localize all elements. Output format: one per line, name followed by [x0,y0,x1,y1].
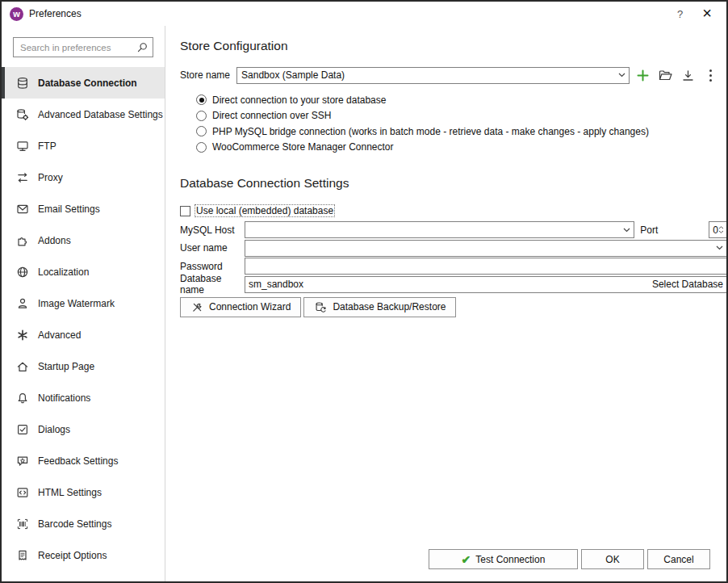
test-connection-button[interactable]: ✔ Test Connection [429,549,578,569]
store-configuration-heading: Store Configuration [180,39,727,53]
html-tag-icon [15,485,29,499]
bell-icon [15,391,29,405]
sidebar-item-receipt-options[interactable]: Receipt Options [2,539,165,571]
main-content: Store Configuration Store name Sandbox (… [165,26,727,581]
sidebar-item-label: HTML Settings [38,487,102,498]
password-row: Password [180,258,727,275]
sidebar-item-email-settings[interactable]: Email Settings [2,193,165,224]
connection-wizard-label: Connection Wizard [209,301,291,312]
database-name-row: Database name Select Database [180,276,727,293]
import-store-icon-button[interactable] [678,66,697,84]
barcode-icon [15,517,29,531]
sidebar-item-advanced[interactable]: Advanced [2,319,165,350]
footer-buttons: ✔ Test Connection OK Cancel [429,549,710,569]
password-field-wrap[interactable] [245,258,727,275]
sidebar-item-label: Email Settings [38,203,100,215]
sidebar-item-barcode-settings[interactable]: Barcode Settings [2,508,165,539]
database-name-field-wrap[interactable]: Select Database [245,276,727,293]
store-name-row: Store name Sandbox (Sample Data) [180,66,727,84]
window-body: Database Connection Advanced Database Se… [2,26,726,581]
sidebar-item-database-connection[interactable]: Database Connection [2,67,165,99]
sidebar-item-label: Startup Page [38,361,94,372]
window-title: Preferences [29,8,82,19]
asterisk-icon [15,328,29,342]
radio-php-bridge[interactable]: PHP MySQL bridge connection (works in ba… [196,124,727,140]
database-sync-icon [314,300,328,314]
sidebar-item-ftp[interactable]: FTP [2,130,165,161]
sidebar-item-label: Notifications [38,392,90,404]
sidebar-item-label: Database Connection [38,78,137,89]
wizard-buttons-row: Connection Wizard Database Backup/Restor… [180,297,727,317]
radio-icon[interactable] [196,111,207,121]
ok-button[interactable]: OK [581,549,644,569]
search-icon [136,40,149,54]
user-name-select[interactable] [245,240,727,257]
sidebar-item-label: Image Watermark [38,298,115,309]
port-spin-buttons[interactable] [718,226,726,233]
sidebar-item-image-watermark[interactable]: Image Watermark [2,287,165,319]
port-stepper[interactable]: 0 [709,221,727,238]
ftp-monitor-icon [15,139,29,153]
sidebar-item-notifications[interactable]: Notifications [2,382,165,413]
sidebar-item-dialogs[interactable]: Dialogs [2,413,165,445]
use-local-db-label: Use local (embedded) database [195,205,334,216]
store-name-select[interactable]: Sandbox (Sample Data) [236,67,630,84]
search-box[interactable] [13,37,153,57]
database-gear-icon [15,107,29,121]
sidebar-item-advanced-database-settings[interactable]: Advanced Database Settings [2,99,165,130]
radio-icon[interactable] [196,126,207,136]
help-button[interactable]: ? [666,6,694,22]
open-folder-icon-button[interactable] [655,66,675,84]
sidebar-item-html-settings[interactable]: HTML Settings [2,476,165,508]
radio-icon[interactable] [196,142,207,153]
puzzle-icon [15,233,29,247]
search-input[interactable] [19,42,136,53]
radio-woocommerce-connector[interactable]: WooCommerce Store Manager Connector [196,140,727,156]
password-field[interactable] [249,261,723,272]
chevron-down-icon [623,228,630,233]
ok-label: OK [605,554,619,565]
mysql-host-select[interactable] [245,221,634,238]
cancel-button[interactable]: Cancel [647,549,710,569]
database-icon [15,76,29,90]
sidebar-item-label: FTP [38,141,56,152]
sidebar-item-label: Feedback Settings [38,455,118,467]
database-name-label: Database name [180,273,245,296]
store-more-menu-button[interactable] [701,66,720,84]
mysql-host-label: MySQL Host [180,224,245,236]
sidebar-item-label: Barcode Settings [38,518,111,530]
sidebar-item-addons[interactable]: Addons [2,224,165,256]
connection-wizard-button[interactable]: Connection Wizard [180,297,301,317]
receipt-icon [15,548,29,562]
sidebar-item-label: Receipt Options [38,550,107,561]
sidebar-item-feedback-settings[interactable]: Feedback Settings [2,445,165,476]
port-label: Port [640,224,705,236]
select-database-link[interactable]: Select Database [652,279,723,290]
check-icon: ✔ [462,553,471,566]
database-backup-restore-button[interactable]: Database Backup/Restore [303,297,456,317]
sidebar-item-label: Localization [38,266,89,278]
add-store-button[interactable] [633,66,652,84]
radio-icon[interactable] [196,94,207,105]
mysql-host-row: MySQL Host Port 0 [180,221,727,238]
store-name-value: Sandbox (Sample Data) [241,69,615,81]
sidebar-item-localization[interactable]: Localization [2,256,165,287]
email-icon [15,202,29,216]
sidebar-item-label: Proxy [38,172,63,183]
use-local-db-checkbox[interactable] [180,206,190,216]
sidebar-item-startup-page[interactable]: Startup Page [2,350,165,382]
sidebar-item-proxy[interactable]: Proxy [2,161,165,193]
globe-icon [15,265,29,279]
radio-ssh[interactable]: Direct connection over SSH [196,108,727,124]
database-name-field[interactable] [249,279,652,290]
use-local-db-row[interactable]: Use local (embedded) database [180,202,727,220]
proxy-icon [15,170,29,184]
backup-restore-label: Database Backup/Restore [333,301,446,312]
titlebar: w Preferences ? × [2,2,726,26]
radio-direct-db[interactable]: Direct connection to your store database [196,92,727,108]
preferences-window: w Preferences ? × Database Connection [0,0,728,583]
chevron-down-icon [618,73,625,78]
close-button[interactable]: × [694,6,720,21]
store-name-label: Store name [180,69,230,81]
sidebar-item-label: Advanced [38,329,81,341]
